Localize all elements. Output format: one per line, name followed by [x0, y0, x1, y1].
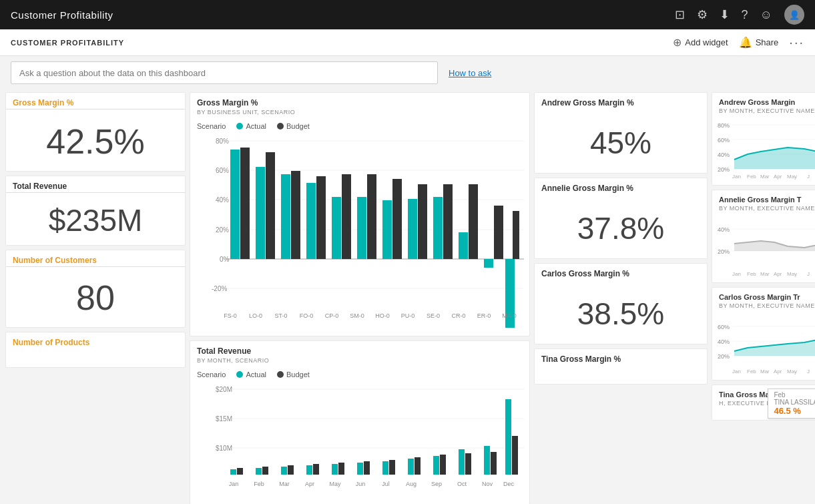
svg-text:40%: 40% — [216, 196, 229, 204]
add-widget-button[interactable]: ⊕ Add widget — [673, 36, 728, 49]
total-revenue-legend: Scenario Actual Budget — [190, 366, 529, 383]
feedback-icon[interactable]: ☺ — [760, 8, 772, 22]
col2-charts: Gross Margin % BY BUSINESS UNIT, SCENARI… — [190, 92, 530, 504]
scenario-label: Scenario — [197, 122, 226, 130]
svg-text:60%: 60% — [216, 167, 229, 174]
svg-text:J: J — [807, 174, 810, 180]
num-products-label: Number of Products — [6, 332, 185, 348]
carlos-gross-margin-card: Carlos Gross Margin % 38.5% — [534, 263, 708, 344]
svg-text:FO-0: FO-0 — [300, 312, 314, 319]
svg-marker-96 — [734, 148, 815, 169]
focus-mode-icon[interactable]: ⊡ — [675, 7, 685, 22]
svg-text:Dec: Dec — [503, 481, 515, 487]
actual-label2: Actual — [246, 370, 266, 379]
svg-text:Apr: Apr — [305, 481, 314, 487]
svg-text:60%: 60% — [718, 137, 730, 144]
svg-text:$20M: $20M — [216, 386, 232, 393]
add-widget-label: Add widget — [685, 37, 728, 47]
svg-text:FS-0: FS-0 — [224, 312, 237, 319]
download-icon[interactable]: ⬇ — [720, 7, 730, 22]
gross-margin-pct-label: Gross Margin % — [6, 93, 185, 109]
svg-text:J: J — [807, 368, 810, 374]
carlos-trend-subtitle: BY MONTH, EXECUTIVE NAME — [712, 302, 815, 312]
tina-tooltip: Feb TINA LASSILA 46.5 % — [768, 389, 815, 419]
svg-rect-58 — [306, 465, 312, 475]
bar-fs0-actual — [230, 150, 240, 259]
svg-text:HO-0: HO-0 — [375, 312, 390, 319]
col4-trends: Andrew Gross Margin BY MONTH, EXECUTIVE … — [712, 92, 815, 504]
svg-rect-28 — [459, 232, 468, 259]
svg-text:Feb: Feb — [747, 368, 756, 374]
qa-input[interactable] — [11, 61, 438, 84]
help-icon[interactable]: ? — [742, 8, 748, 22]
budget-label: Budget — [286, 122, 310, 130]
actual-legend2: Actual — [236, 370, 266, 379]
num-products-card: Number of Products — [5, 332, 186, 368]
carlos-trend-title: Carlos Gross Margin Tr — [712, 288, 815, 302]
total-revenue-card: Total Revenue $235M — [5, 176, 186, 246]
svg-rect-56 — [281, 467, 287, 475]
actual-dot — [236, 123, 243, 130]
add-icon: ⊕ — [673, 36, 682, 49]
svg-text:ER-0: ER-0 — [477, 312, 491, 319]
svg-rect-66 — [408, 459, 414, 475]
budget-dot2 — [277, 371, 284, 378]
svg-rect-20 — [357, 197, 366, 259]
total-revenue-value: $235M — [6, 193, 185, 245]
svg-rect-60 — [332, 464, 338, 475]
annelie-pct-label: Annelie Gross Margin % — [535, 178, 707, 194]
andrew-gross-margin-card: Andrew Gross Margin % 45% — [534, 92, 708, 174]
svg-text:20%: 20% — [718, 166, 730, 173]
svg-rect-64 — [382, 461, 388, 475]
svg-text:Jul: Jul — [382, 481, 390, 487]
tina-gross-margin-card: Tina Gross Margin % — [534, 348, 708, 385]
app-title: Customer Profitability — [11, 9, 113, 21]
svg-text:$15M: $15M — [216, 415, 232, 423]
page-title: CUSTOMER PROFITABILITY — [11, 39, 124, 47]
svg-rect-63 — [364, 461, 370, 475]
svg-rect-23 — [392, 179, 402, 259]
svg-text:Sep: Sep — [431, 481, 442, 487]
carlos-trend-card: Carlos Gross Margin Tr BY MONTH, EXECUTI… — [712, 287, 815, 381]
svg-rect-16 — [306, 183, 316, 259]
svg-rect-52 — [230, 469, 236, 475]
svg-text:CP-0: CP-0 — [325, 312, 339, 319]
svg-rect-75 — [512, 436, 518, 475]
svg-text:May: May — [787, 174, 797, 180]
andrew-trend-svg: 80% 60% 40% 20% Jan Feb Mar Apr — [718, 119, 815, 180]
svg-rect-31 — [494, 206, 503, 259]
andrew-trend-chart: 80% 60% 40% 20% Jan Feb Mar Apr — [712, 117, 815, 185]
how-to-ask-link[interactable]: How to ask — [449, 68, 491, 78]
annelie-trend-title: Annelie Gross Margin T — [712, 190, 815, 205]
carlos-pct-label: Carlos Gross Margin % — [535, 264, 707, 280]
tooltip-value: 46.5 % — [774, 406, 815, 416]
svg-text:-20%: -20% — [212, 285, 227, 292]
svg-text:ST-0: ST-0 — [274, 312, 287, 319]
nav-icons-group: ⊡ ⚙ ⬇ ? ☺ 👤 — [675, 5, 804, 25]
avatar[interactable]: 👤 — [784, 5, 804, 25]
svg-rect-61 — [338, 463, 344, 475]
budget-dot — [277, 123, 284, 130]
gross-margin-legend: Scenario Actual Budget — [190, 118, 529, 134]
more-options-button[interactable]: ··· — [789, 35, 804, 50]
svg-text:Jan: Jan — [732, 271, 741, 277]
svg-text:May: May — [329, 481, 341, 487]
svg-text:Nov: Nov — [482, 481, 493, 487]
annelie-trend-subtitle: BY MONTH, EXECUTIVE NAME — [712, 205, 815, 214]
toolbar: CUSTOMER PROFITABILITY ⊕ Add widget 🔔 Sh… — [0, 29, 815, 56]
col3-kpis: Andrew Gross Margin % 45% Annelie Gross … — [534, 92, 708, 504]
svg-rect-69 — [440, 455, 446, 475]
share-button[interactable]: 🔔 Share — [739, 36, 779, 49]
gross-margin-bar-chart: 80% 60% 40% 20% 0% -20% — [190, 134, 529, 336]
svg-text:80%: 80% — [216, 138, 229, 145]
andrew-trend-card: Andrew Gross Margin BY MONTH, EXECUTIVE … — [712, 92, 815, 186]
svg-rect-33 — [513, 211, 519, 259]
dashboard: Gross Margin % 42.5% Total Revenue $235M… — [0, 89, 815, 504]
andrew-pct-label: Andrew Gross Margin % — [535, 93, 707, 109]
budget-legend-item: Budget — [277, 122, 310, 130]
svg-rect-14 — [281, 174, 290, 259]
svg-text:SM-0: SM-0 — [350, 312, 364, 319]
settings-icon[interactable]: ⚙ — [697, 7, 708, 22]
svg-rect-71 — [465, 453, 471, 475]
svg-text:60%: 60% — [718, 324, 730, 330]
